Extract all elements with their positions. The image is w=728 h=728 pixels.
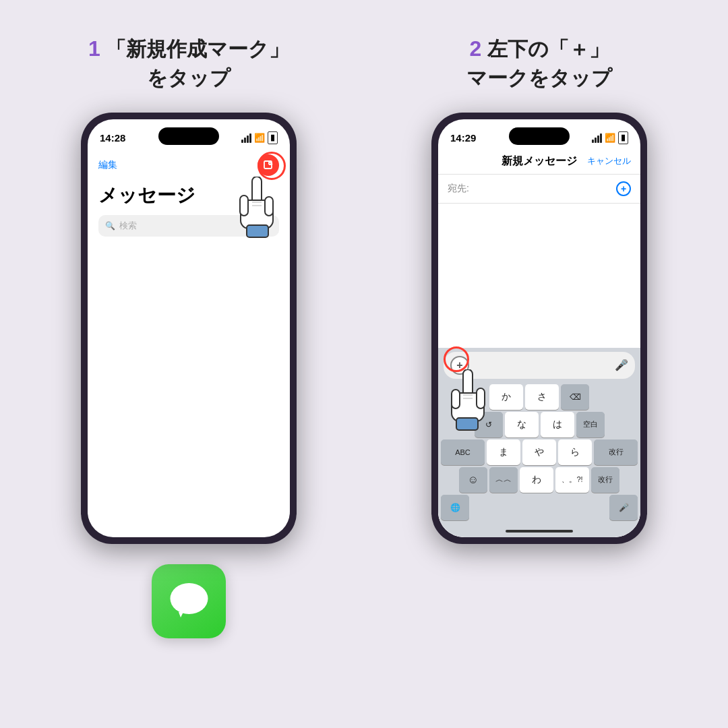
step2-text: 左下の「＋」マークをタップ (466, 38, 612, 89)
kb-key-ma[interactable]: ま (487, 439, 520, 465)
svg-rect-7 (240, 195, 248, 216)
kb-key-ha[interactable]: は (541, 412, 574, 437)
step1-text: 「新規作成マーク」をタップ (106, 38, 289, 89)
kb-row-bottom: 🌐 🎤 (441, 495, 638, 520)
wifi-icon-1: 📶 (254, 133, 265, 143)
kb-key-globe[interactable]: 🌐 (441, 495, 469, 520)
home-bar-2 (438, 525, 640, 537)
step1-number: 1 (88, 36, 100, 61)
kb-spacer (471, 495, 607, 520)
kb-key-wa[interactable]: わ (520, 467, 553, 493)
home-bar-line-2 (506, 530, 573, 533)
kb-key-sa[interactable]: さ (525, 384, 559, 410)
kb-key-punctuation[interactable]: 、。?! (555, 467, 589, 493)
edit-button[interactable]: 編集 (98, 159, 117, 171)
dynamic-island-2 (509, 127, 570, 145)
svg-rect-17 (456, 418, 478, 430)
step2-title: 2 左下の「＋」マークをタップ (466, 34, 612, 92)
step2-number: 2 (469, 36, 481, 61)
page-container: 1 「新規作成マーク」をタップ 14:28 📶 (0, 0, 728, 728)
wifi-icon-2: 📶 (605, 133, 615, 143)
hand-cursor-1 (229, 177, 283, 246)
phone-1: 14:28 📶 ▮ 編集 (81, 113, 297, 544)
add-recipient-button[interactable]: + (616, 181, 631, 196)
mic-icon[interactable]: 🎤 (615, 359, 628, 371)
cancel-button[interactable]: キャンセル (587, 155, 631, 167)
svg-point-11 (170, 583, 208, 614)
kb-key-ra[interactable]: ら (558, 439, 592, 465)
status-time-2: 14:29 (450, 132, 476, 144)
recipient-label: 宛先: (448, 183, 469, 195)
plus-highlight-circle (444, 346, 469, 372)
kb-key-mic[interactable]: 🎤 (609, 495, 638, 520)
kb-key-emoji[interactable]: ☺ (459, 467, 487, 493)
hand-cursor-2 (438, 369, 499, 439)
compose-highlight-circle (257, 152, 286, 180)
signal-icon-2 (592, 133, 602, 143)
kb-row-4: ☺ ︿︿ わ 、。?! 改行 (441, 467, 638, 493)
kb-key-symbol[interactable]: ︿︿ (489, 467, 518, 493)
panel-2: 2 左下の「＋」マークをタップ 14:29 📶 (377, 34, 701, 544)
kb-key-delete[interactable]: ⌫ (561, 384, 589, 410)
signal-icon-1 (241, 133, 251, 143)
search-icon: 🔍 (105, 221, 115, 231)
phone-2: 14:29 📶 ▮ 新規メッセージ キ (431, 113, 647, 544)
kb-key-space[interactable]: 空白 (576, 412, 605, 437)
messages-app-icon (152, 564, 226, 638)
status-icons-1: 📶 ▮ (241, 131, 278, 144)
recipient-row: 宛先: + (438, 175, 640, 204)
kb-key-return[interactable]: 改行 (594, 439, 638, 465)
search-placeholder: 検索 (119, 220, 137, 232)
kb-key-na[interactable]: な (505, 412, 539, 437)
svg-rect-16 (477, 388, 485, 408)
svg-rect-6 (265, 197, 273, 216)
kb-key-abc[interactable]: ABC (441, 439, 485, 465)
status-icons-2: 📶 ▮ (592, 131, 628, 144)
panel-1: 1 「新規作成マーク」をタップ 14:28 📶 (27, 34, 351, 638)
svg-rect-8 (247, 225, 268, 237)
dynamic-island-1 (158, 127, 219, 145)
kb-key-return2[interactable]: 改行 (591, 467, 619, 493)
new-message-header: 新規メッセージ キャンセル (438, 152, 640, 175)
phone-2-screen: 14:29 📶 ▮ 新規メッセージ キ (438, 119, 640, 537)
kb-row-3: ABC ま や ら 改行 (441, 439, 638, 465)
status-time-1: 14:28 (100, 132, 125, 144)
step1-title: 1 「新規作成マーク」をタップ (88, 34, 289, 92)
battery-icon-1: ▮ (268, 131, 278, 144)
svg-rect-15 (452, 390, 460, 408)
battery-icon-2: ▮ (618, 131, 628, 144)
kb-key-ya[interactable]: や (522, 439, 556, 465)
new-message-title: 新規メッセージ (502, 154, 577, 169)
